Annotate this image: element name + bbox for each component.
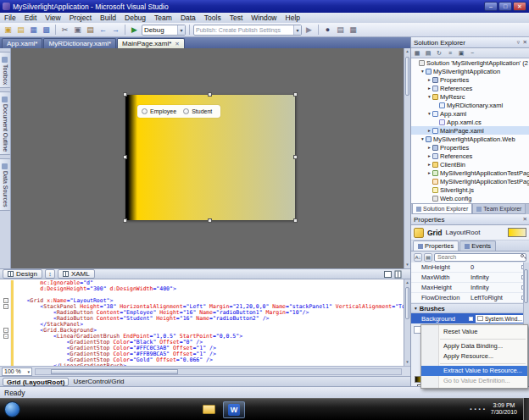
- start-debug-icon[interactable]: ▶: [129, 25, 140, 36]
- brushes-section-header[interactable]: ▾ Brushes: [411, 303, 529, 313]
- start-button[interactable]: [4, 401, 20, 417]
- split-vertical-icon[interactable]: [395, 271, 402, 279]
- design-surface[interactable]: EmployeeStudent: [11, 48, 404, 268]
- tab-team-explorer[interactable]: Team Explorer: [472, 204, 526, 214]
- swap-panes-button[interactable]: ↕: [45, 269, 55, 279]
- tree-item[interactable]: MySilverlightApplicationTestPage.html: [411, 177, 529, 185]
- radio-button-student[interactable]: Student: [183, 108, 212, 114]
- resize-handle[interactable]: [123, 155, 127, 159]
- redo-icon[interactable]: →: [110, 25, 121, 36]
- configuration-combo[interactable]: Debug▾: [142, 25, 186, 36]
- close-icon[interactable]: ✕: [523, 39, 527, 46]
- open-file-icon[interactable]: ▤: [15, 25, 26, 36]
- view-designer-icon[interactable]: ▣: [457, 49, 465, 58]
- property-row[interactable]: FlowDirectionLeftToRight: [411, 293, 529, 303]
- solution-explorer-title-bar[interactable]: Solution Explorer ▿ ✕: [411, 37, 529, 48]
- property-value[interactable]: Infinity: [471, 284, 521, 291]
- stackpanel1[interactable]: EmployeeStudent: [137, 105, 220, 118]
- show-hidden-icon[interactable]: ▪: [470, 406, 471, 412]
- menu-debug[interactable]: Debug: [120, 13, 150, 23]
- tree-item[interactable]: ▾MySilverlightApplication: [411, 67, 529, 75]
- scroll-up-arrow-icon[interactable]: ▲: [404, 279, 410, 286]
- close-icon[interactable]: ✕: [513, 2, 526, 11]
- zoom-combo[interactable]: 100 % ▾: [2, 368, 32, 376]
- tree-item[interactable]: App.xaml.cs: [411, 118, 529, 126]
- collapse-all-icon[interactable]: −: [468, 49, 476, 58]
- maximize-icon[interactable]: □: [498, 2, 512, 11]
- new-project-icon[interactable]: ▣: [3, 25, 14, 36]
- property-row[interactable]: MinHeight0: [411, 262, 529, 273]
- tree-expander-icon[interactable]: ▾: [426, 94, 432, 99]
- menu-project[interactable]: Project: [65, 13, 96, 23]
- save-icon[interactable]: ▦: [28, 25, 39, 36]
- tree-expander-icon[interactable]: ▸: [426, 77, 432, 82]
- tree-item[interactable]: MyRDictionary.xaml: [411, 101, 529, 109]
- editor-horizontal-scrollbar[interactable]: [35, 368, 402, 375]
- pin-icon[interactable]: ▿: [517, 39, 520, 46]
- properties-title-bar[interactable]: Properties ✕: [411, 214, 529, 225]
- resize-handle[interactable]: [208, 92, 212, 97]
- context-menu-item[interactable]: Reset Value: [421, 327, 527, 337]
- category-icon[interactable]: ▤: [424, 253, 432, 262]
- tab-solution-explorer[interactable]: Solution Explorer: [412, 204, 472, 214]
- artboard-layoutroot-grid[interactable]: EmployeeStudent: [125, 95, 295, 220]
- view-code-icon[interactable]: ≡: [446, 49, 454, 58]
- tree-expander-icon[interactable]: ▾: [420, 69, 426, 74]
- tree-item[interactable]: ▸Properties: [411, 143, 529, 152]
- scrollbar-thumb[interactable]: [524, 269, 528, 303]
- menu-test[interactable]: Test: [226, 13, 248, 23]
- scroll-up-arrow-icon[interactable]: ▲: [404, 48, 410, 55]
- resize-handle[interactable]: [293, 218, 298, 223]
- minimize-icon[interactable]: –: [484, 2, 498, 11]
- network-icon[interactable]: ▪: [474, 406, 476, 412]
- property-value[interactable]: Infinity: [471, 274, 521, 281]
- chevron-down-icon[interactable]: ▾: [293, 25, 301, 35]
- tree-item[interactable]: ▾App.xaml: [411, 109, 529, 118]
- side-tab-data-sources[interactable]: Data Sources: [0, 158, 11, 210]
- tree-expander-icon[interactable]: ▸: [426, 86, 432, 91]
- breadcrumb-current[interactable]: Grid (LayoutRoot): [3, 378, 69, 386]
- tree-item[interactable]: ▾MyResrc: [411, 92, 529, 101]
- tab-properties[interactable]: Properties: [413, 240, 459, 251]
- tree-item[interactable]: ▸MainPage.xaml: [411, 126, 529, 135]
- find-icon[interactable]: ●: [322, 25, 333, 36]
- resize-handle[interactable]: [293, 92, 298, 97]
- tree-item[interactable]: ▾MySilverlightApplication.Web: [411, 135, 529, 143]
- menu-view[interactable]: View: [41, 13, 64, 23]
- menu-team[interactable]: Team: [150, 13, 176, 23]
- tab-events[interactable]: Events: [459, 240, 496, 251]
- property-value[interactable]: System.Wind...: [476, 315, 526, 323]
- menu-data[interactable]: Data: [176, 13, 200, 23]
- xaml-view-tab[interactable]: XAML: [58, 269, 95, 279]
- property-value[interactable]: 0: [471, 263, 521, 271]
- tree-item[interactable]: Solution 'MySilverlightApplication' (2 p…: [411, 58, 529, 67]
- publish-combo[interactable]: Publish: Create Publish Settings▾: [193, 25, 302, 36]
- tree-expander-icon[interactable]: ▸: [426, 145, 432, 150]
- undo-icon[interactable]: ←: [97, 25, 109, 36]
- selected-name[interactable]: LayoutRoot: [445, 229, 480, 236]
- radio-button-employee[interactable]: Employee: [142, 108, 176, 114]
- side-tab-toolbox[interactable]: Toolbox: [0, 52, 11, 88]
- volume-icon[interactable]: ▪: [479, 406, 481, 412]
- tree-expander-icon[interactable]: ▸: [426, 162, 432, 167]
- breadcrumb-path[interactable]: UserControl/Grid: [73, 378, 124, 385]
- action-center-icon[interactable]: ▪: [483, 406, 485, 412]
- properties-window-icon[interactable]: ▦: [348, 25, 359, 36]
- scrollbar-thumb[interactable]: [405, 57, 409, 96]
- tree-item[interactable]: Web.config: [411, 194, 529, 202]
- doc-tab[interactable]: MyRDictionary.xaml*: [43, 38, 116, 48]
- resize-handle[interactable]: [293, 155, 298, 159]
- publish-go-icon[interactable]: ▶: [303, 25, 315, 36]
- refresh-icon[interactable]: ↻: [435, 49, 443, 58]
- menu-window[interactable]: Window: [247, 13, 281, 23]
- tab-close-icon[interactable]: ✕: [175, 41, 179, 47]
- show-desktop-button[interactable]: [523, 398, 529, 420]
- resize-handle[interactable]: [123, 218, 127, 223]
- fold-toggle-icon[interactable]: -: [3, 334, 8, 339]
- resize-handle[interactable]: [208, 218, 212, 223]
- tree-expander-icon[interactable]: ▾: [426, 111, 432, 116]
- tree-expander-icon[interactable]: ▸: [426, 128, 432, 133]
- property-row[interactable]: MaxHeightInfinity: [411, 283, 529, 293]
- design-vertical-scrollbar[interactable]: ▲ ▼: [404, 48, 410, 268]
- tree-item[interactable]: ▸ClientBin: [411, 160, 529, 169]
